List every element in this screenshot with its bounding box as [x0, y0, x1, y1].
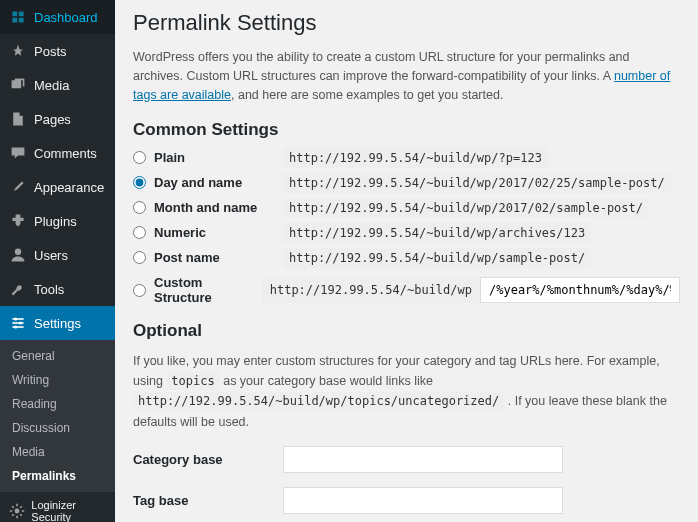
tool-icon	[8, 279, 28, 299]
sidebar-item-tools[interactable]: Tools	[0, 272, 115, 306]
sidebar-item-settings[interactable]: Settings	[0, 306, 115, 340]
radio-numeric[interactable]	[133, 226, 146, 239]
intro-after: , and here are some examples to get you …	[231, 88, 503, 102]
option-custom-row: Custom Structure http://192.99.5.54/~bui…	[133, 275, 680, 305]
submenu-reading[interactable]: Reading	[0, 392, 115, 416]
option-numeric-row: Numeric http://192.99.5.54/~build/wp/arc…	[133, 225, 680, 240]
comment-icon	[8, 143, 28, 163]
sidebar-item-dashboard[interactable]: Dashboard	[0, 0, 115, 34]
label-plain[interactable]: Plain	[154, 150, 185, 165]
svg-point-7	[14, 509, 19, 514]
label-custom[interactable]: Custom Structure	[154, 275, 262, 305]
tag-base-label: Tag base	[133, 493, 283, 508]
sidebar-item-comments[interactable]: Comments	[0, 136, 115, 170]
svg-point-4	[14, 317, 17, 320]
intro-text: WordPress offers you the ability to crea…	[133, 48, 680, 104]
sidebar-item-label: Dashboard	[34, 10, 98, 25]
sidebar-item-label: Plugins	[34, 214, 77, 229]
optional-text: If you like, you may enter custom struct…	[133, 351, 680, 431]
sidebar-item-label: Loginizer Security	[31, 499, 107, 522]
submenu-permalinks[interactable]: Permalinks	[0, 464, 115, 488]
sidebar-item-posts[interactable]: Posts	[0, 34, 115, 68]
user-icon	[8, 245, 28, 265]
sidebar-item-label: Users	[34, 248, 68, 263]
sidebar-item-loginizer[interactable]: Loginizer Security	[0, 492, 115, 522]
category-base-label: Category base	[133, 452, 283, 467]
dashboard-icon	[8, 7, 28, 27]
category-base-row: Category base	[133, 446, 680, 473]
tag-base-input[interactable]	[283, 487, 563, 514]
custom-base: http://192.99.5.54/~build/wp	[262, 277, 480, 303]
option-plain-row: Plain http://192.99.5.54/~build/wp/?p=12…	[133, 150, 680, 165]
sidebar-item-pages[interactable]: Pages	[0, 102, 115, 136]
opt-c1: topics	[166, 372, 219, 390]
svg-point-6	[14, 325, 17, 328]
label-monthname[interactable]: Month and name	[154, 200, 257, 215]
page-title: Permalink Settings	[133, 10, 680, 36]
option-monthname-row: Month and name http://192.99.5.54/~build…	[133, 200, 680, 215]
page-icon	[8, 109, 28, 129]
intro-before: WordPress offers you the ability to crea…	[133, 50, 630, 83]
sidebar-item-plugins[interactable]: Plugins	[0, 204, 115, 238]
settings-submenu: General Writing Reading Discussion Media…	[0, 340, 115, 492]
submenu-discussion[interactable]: Discussion	[0, 416, 115, 440]
sidebar-item-users[interactable]: Users	[0, 238, 115, 272]
pin-icon	[8, 41, 28, 61]
gear-icon	[8, 501, 25, 521]
sidebar-item-label: Media	[34, 78, 69, 93]
opt-c2: http://192.99.5.54/~build/wp/topics/unca…	[133, 392, 504, 410]
submenu-writing[interactable]: Writing	[0, 368, 115, 392]
sidebar-item-media[interactable]: Media	[0, 68, 115, 102]
sidebar-item-label: Posts	[34, 44, 67, 59]
admin-sidebar: Dashboard Posts Media Pages Comments App…	[0, 0, 115, 522]
category-base-input[interactable]	[283, 446, 563, 473]
svg-point-5	[19, 321, 22, 324]
example-numeric: http://192.99.5.54/~build/wp/archives/12…	[283, 223, 591, 243]
svg-point-0	[15, 249, 21, 255]
radio-plain[interactable]	[133, 151, 146, 164]
example-postname: http://192.99.5.54/~build/wp/sample-post…	[283, 248, 591, 268]
submenu-media[interactable]: Media	[0, 440, 115, 464]
sidebar-item-appearance[interactable]: Appearance	[0, 170, 115, 204]
sidebar-item-label: Comments	[34, 146, 97, 161]
label-numeric[interactable]: Numeric	[154, 225, 206, 240]
example-plain: http://192.99.5.54/~build/wp/?p=123	[283, 148, 548, 168]
custom-structure-input[interactable]	[480, 277, 680, 303]
option-dayname-row: Day and name http://192.99.5.54/~build/w…	[133, 175, 680, 190]
tag-base-row: Tag base	[133, 487, 680, 514]
brush-icon	[8, 177, 28, 197]
settings-icon	[8, 313, 28, 333]
option-postname-row: Post name http://192.99.5.54/~build/wp/s…	[133, 250, 680, 265]
example-dayname: http://192.99.5.54/~build/wp/2017/02/25/…	[283, 173, 671, 193]
opt-t2: as your category base would links like	[220, 374, 433, 388]
optional-heading: Optional	[133, 321, 680, 341]
main-content: Permalink Settings WordPress offers you …	[115, 0, 698, 522]
submenu-general[interactable]: General	[0, 344, 115, 368]
label-dayname[interactable]: Day and name	[154, 175, 242, 190]
radio-custom[interactable]	[133, 284, 146, 297]
common-settings-heading: Common Settings	[133, 120, 680, 140]
example-monthname: http://192.99.5.54/~build/wp/2017/02/sam…	[283, 198, 649, 218]
plugin-icon	[8, 211, 28, 231]
sidebar-item-label: Appearance	[34, 180, 104, 195]
radio-monthname[interactable]	[133, 201, 146, 214]
sidebar-item-label: Tools	[34, 282, 64, 297]
label-postname[interactable]: Post name	[154, 250, 220, 265]
sidebar-item-label: Pages	[34, 112, 71, 127]
sidebar-item-label: Settings	[34, 316, 81, 331]
radio-dayname[interactable]	[133, 176, 146, 189]
media-icon	[8, 75, 28, 95]
radio-postname[interactable]	[133, 251, 146, 264]
